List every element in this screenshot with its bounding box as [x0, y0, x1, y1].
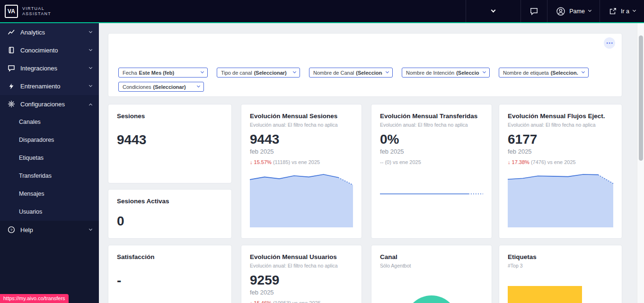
delta-down-arrow: ↓ — [250, 300, 253, 303]
sidebar-item-transferidas[interactable]: Transferidas — [0, 167, 99, 185]
sidebar-section-configuraciones: Configuraciones Canales Disparadores Eti… — [0, 95, 99, 221]
card-subtitle: Sólo Agentbot — [380, 263, 483, 269]
app-root: VA VIRTUAL ASSISTANT — [0, 0, 644, 303]
sidebar-item-mensajes[interactable]: Mensajes — [0, 185, 99, 203]
brand-name: VIRTUAL ASSISTANT — [22, 6, 51, 17]
card-value: 6177 — [508, 132, 613, 147]
top-bar: VA VIRTUAL ASSISTANT — [0, 0, 644, 22]
filter-condiciones[interactable]: Condiciones(Seleccionar) — [118, 82, 204, 92]
help-icon: ? — [7, 226, 15, 234]
card-sesiones-activas: Sesiones Activas 0 — [108, 189, 232, 239]
card-delta: -- (0) vs ene 2025 — [380, 159, 483, 165]
filter-label: Fecha — [123, 70, 137, 76]
chevron-down-icon — [89, 227, 92, 230]
sidebar-item-help[interactable]: ? Help — [0, 221, 99, 239]
scrollbar-thumb[interactable] — [639, 35, 643, 161]
chevron-down-icon — [197, 84, 200, 87]
card-evolucion-mensual-transferidas: Evolución Mensual Transferidas Evolución… — [371, 104, 492, 239]
chevron-down-icon — [483, 70, 486, 73]
filter-nombre-intencion[interactable]: Nombre de Intención(Seleccio... — [402, 68, 490, 78]
chevron-down-icon — [633, 9, 636, 12]
delta-detail: (7476) vs ene 2025 — [531, 159, 576, 165]
card-evolucion-mensual-usuarios: Evolución Mensual Usuarios Evolución anu… — [241, 245, 362, 303]
filter-label: Nombre de Canal — [313, 70, 354, 76]
card-title: Evolución Mensual Flujos Eject. — [508, 112, 613, 120]
delta-percent: 15.46% — [254, 300, 272, 303]
card-title: Canal — [380, 253, 483, 261]
sidebar-item-usuarios[interactable]: Usuarios — [0, 203, 99, 221]
sidebar-item-integraciones[interactable]: Integraciones — [0, 59, 99, 77]
sidebar-item-entrenamiento[interactable]: Entrenamiento — [0, 77, 99, 95]
delta-percent: 17.38% — [512, 159, 529, 165]
sidebar-item-etiquetas[interactable]: Etiquetas — [0, 149, 99, 167]
sidebar-item-canales[interactable]: Canales — [0, 113, 99, 131]
filter-value: (Seleccionar) — [254, 70, 287, 76]
card-title: Evolución Mensual Transferidas — [380, 112, 483, 120]
topbar-dropdown-button[interactable] — [466, 0, 520, 22]
user-menu[interactable]: Pame — [547, 0, 600, 22]
card-period: feb 2025 — [380, 148, 483, 156]
card-evolucion-mensual-flujos: Evolución Mensual Flujos Eject. Evolució… — [499, 104, 622, 239]
tags-bar-chart — [508, 286, 582, 303]
card-value: 0 — [117, 214, 223, 229]
card-evolucion-mensual-sesiones: Evolución Mensual Sesiones Evolución anu… — [241, 104, 362, 239]
filter-chips: FechaEste Mes (feb) Tipo de canal(Selecc… — [118, 68, 603, 92]
chevron-down-icon — [89, 65, 92, 69]
card-delta: ↓ 15.46% (10953) vs ene 2025 — [250, 300, 353, 303]
chevron-down-icon — [89, 83, 92, 87]
brand[interactable]: VA VIRTUAL ASSISTANT — [0, 5, 51, 18]
filter-nombre-canal[interactable]: Nombre de Canal(Seleccionar) — [309, 68, 393, 78]
sidebar-item-analytics[interactable]: Analytics — [0, 23, 99, 41]
card-subtitle: Evolución anual: El filtro fecha no apli… — [380, 122, 483, 128]
delta-down-arrow: ↓ — [508, 159, 511, 165]
go-to-label: Ir a — [621, 8, 629, 15]
card-value: 9443 — [250, 132, 353, 147]
channel-pie-chart — [405, 295, 458, 303]
sidebar-subitem-label: Canales — [19, 119, 41, 125]
chevron-down-icon — [491, 8, 496, 13]
card-title: Evolución Mensual Sesiones — [250, 112, 353, 120]
user-avatar-icon — [556, 7, 565, 16]
sidebar-subitem-label: Disparadores — [19, 137, 54, 143]
sidebar-item-configuraciones[interactable]: Configuraciones — [0, 95, 99, 113]
sidebar-item-disparadores[interactable]: Disparadores — [0, 131, 99, 149]
sidebar-item-label: Configuraciones — [20, 101, 65, 108]
filter-value: (Seleccion... — [551, 70, 578, 76]
chevron-down-icon — [89, 47, 92, 51]
card-value: 9443 — [117, 132, 223, 147]
transfers-sparkline-chart — [380, 170, 483, 227]
sessions-sparkline-chart — [250, 170, 353, 227]
card-sesiones: Sesiones 9443 — [108, 104, 232, 183]
filter-tipo-canal[interactable]: Tipo de canal(Seleccionar) — [217, 68, 300, 78]
delta-percent: 15.57% — [254, 159, 272, 165]
filter-value: (Seleccio... — [456, 70, 479, 76]
chevron-down-icon — [588, 9, 591, 12]
chevron-down-icon — [201, 70, 204, 73]
chevron-down-icon — [89, 29, 92, 33]
sidebar-subitem-label: Etiquetas — [19, 155, 44, 161]
lightning-bolt-icon — [7, 82, 15, 90]
sidebar-subitem-label: Mensajes — [19, 190, 44, 197]
vertical-scrollbar[interactable] — [637, 23, 644, 303]
sidebar-item-label: Help — [20, 226, 33, 234]
main-content: ⋯ FechaEste Mes (feb) Tipo de canal(Sele… — [99, 23, 644, 303]
sidebar-item-conocimiento[interactable]: Conocimiento — [0, 41, 99, 59]
card-title: Sesiones — [117, 112, 223, 120]
card-subtitle: Evolución anual: El filtro fecha no apli… — [250, 263, 353, 269]
messages-button[interactable] — [520, 0, 547, 22]
external-link-icon — [609, 7, 617, 16]
topbar-actions: Pame Ir a — [466, 0, 644, 22]
sidebar-item-label: Entrenamiento — [20, 83, 61, 90]
gear-icon — [7, 100, 15, 108]
more-options-button[interactable]: ⋯ — [604, 37, 615, 49]
card-value: 0% — [380, 132, 483, 147]
sidebar-bottom: ? Help — [0, 221, 99, 303]
filter-label: Condiciones — [123, 84, 151, 90]
filter-value: (Seleccionar) — [356, 70, 382, 76]
chat-bubble-icon — [529, 7, 538, 16]
filter-nombre-etiqueta[interactable]: Nombre de etiqueta(Seleccion... — [499, 68, 589, 78]
va-logo-text: VA — [8, 8, 15, 15]
go-to-menu[interactable]: Ir a — [600, 0, 644, 22]
filter-fecha[interactable]: FechaEste Mes (feb) — [118, 68, 208, 78]
user-name: Pame — [569, 8, 585, 15]
